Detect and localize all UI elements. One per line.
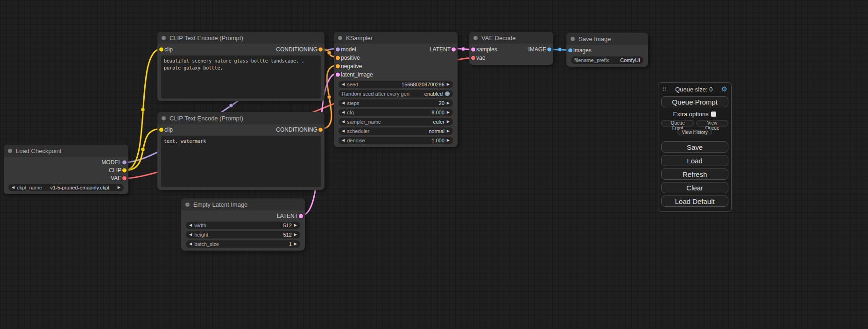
left-arrow-icon[interactable]: ◀	[12, 186, 14, 189]
images-input-slot[interactable]	[568, 49, 572, 53]
slot-row: MODEL	[4, 158, 128, 166]
left-arrow-icon[interactable]: ◀	[342, 83, 345, 86]
image-output-slot[interactable]	[547, 48, 551, 52]
model-output-slot[interactable]	[122, 160, 127, 164]
width-widget[interactable]: ◀ width 512 ▶	[186, 222, 300, 229]
samples-input-label: samples	[476, 46, 497, 53]
left-arrow-icon[interactable]: ◀	[189, 233, 192, 237]
right-arrow-icon[interactable]: ▶	[294, 242, 297, 246]
samples-input-slot[interactable]	[471, 48, 475, 52]
node-load-checkpoint[interactable]: Load Checkpoint MODEL CLIP VAE ◀ ckpt_na…	[4, 145, 128, 194]
collapse-dot-icon[interactable]	[473, 36, 478, 40]
node-clip-text-encode-negative[interactable]: CLIP Text Encode (Prompt) clip CONDITION…	[157, 112, 325, 190]
denoise-widget[interactable]: ◀ denoise 1.000 ▶	[339, 137, 453, 144]
collapse-dot-icon[interactable]	[338, 36, 342, 40]
node-title: Save Image	[579, 35, 611, 42]
latent-output-label: LATENT	[277, 213, 298, 219]
load-default-button[interactable]: Load Default	[661, 196, 728, 207]
right-arrow-icon[interactable]: ▶	[118, 186, 120, 189]
conditioning-output-slot[interactable]	[318, 127, 323, 132]
wire-midpoint-dot	[327, 51, 331, 55]
collapse-dot-icon[interactable]	[185, 203, 190, 207]
right-arrow-icon[interactable]: ▶	[447, 120, 450, 124]
queue-prompt-button[interactable]: Queue Prompt	[661, 96, 728, 107]
left-arrow-icon[interactable]: ◀	[342, 120, 345, 124]
clip-output-slot[interactable]	[122, 168, 127, 172]
load-button[interactable]: Load	[661, 155, 728, 166]
batch-size-widget[interactable]: ◀ batch_size 1 ▶	[186, 240, 300, 248]
clip-input-slot[interactable]	[159, 47, 163, 51]
node-clip-text-encode-positive[interactable]: CLIP Text Encode (Prompt) clip CONDITION…	[157, 32, 325, 101]
vae-input-slot[interactable]	[471, 56, 475, 60]
wire-clip-to-positive	[125, 49, 161, 170]
latent-output-slot[interactable]	[299, 214, 303, 218]
node-ksampler[interactable]: KSampler model LATENT positive negative …	[334, 32, 458, 147]
node-title-bar[interactable]: VAE Decode	[469, 32, 553, 44]
sampler-name-widget[interactable]: ◀ sampler_name euler ▶	[339, 118, 453, 126]
steps-widget[interactable]: ◀ steps 20 ▶	[339, 99, 453, 107]
clip-input-slot[interactable]	[159, 127, 163, 132]
vae-output-slot[interactable]	[122, 176, 127, 180]
view-history-button[interactable]: View History	[677, 129, 712, 135]
collapse-dot-icon[interactable]	[162, 36, 166, 40]
collapse-dot-icon[interactable]	[8, 149, 12, 153]
settings-gear-icon[interactable]: ⚙	[721, 85, 727, 93]
height-widget[interactable]: ◀ height 512 ▶	[186, 231, 300, 238]
seed-widget[interactable]: ◀ seed 156680208700286 ▶	[339, 81, 453, 88]
comfyui-canvas[interactable]: { "icons": { "left_arrow": "◀", "right_a…	[0, 0, 868, 329]
random-seed-toggle-widget[interactable]: Random seed after every gen enabled	[339, 90, 453, 98]
collapse-dot-icon[interactable]	[162, 116, 166, 120]
node-title-bar[interactable]: CLIP Text Encode (Prompt)	[157, 112, 325, 124]
queue-small-buttons: Queue Front View Queue	[661, 120, 728, 126]
node-title-bar[interactable]: CLIP Text Encode (Prompt)	[157, 32, 325, 44]
positive-input-slot[interactable]	[336, 56, 340, 60]
right-arrow-icon[interactable]: ▶	[447, 111, 450, 114]
left-arrow-icon[interactable]: ◀	[189, 224, 192, 227]
node-title-bar[interactable]: Load Checkpoint	[4, 145, 128, 157]
filename-prefix-widget[interactable]: filename_prefix ComfyUI	[571, 56, 643, 64]
conditioning-output-slot[interactable]	[318, 47, 323, 51]
clear-button[interactable]: Clear	[661, 182, 728, 193]
negative-input-slot[interactable]	[336, 64, 340, 69]
left-arrow-icon[interactable]: ◀	[342, 129, 345, 133]
left-arrow-icon[interactable]: ◀	[342, 111, 345, 114]
widget-label: batch_size	[194, 241, 219, 247]
left-arrow-icon[interactable]: ◀	[342, 139, 345, 142]
save-button[interactable]: Save	[661, 141, 728, 153]
toggle-dot-icon[interactable]	[445, 91, 450, 96]
right-arrow-icon[interactable]: ▶	[447, 139, 450, 142]
node-vae-decode[interactable]: VAE Decode samples IMAGE vae	[469, 32, 553, 65]
extra-options-checkbox[interactable]	[711, 112, 716, 117]
left-arrow-icon[interactable]: ◀	[342, 101, 345, 105]
prompt-textarea[interactable]: beautiful scenery nature glass bottle la…	[161, 56, 321, 98]
model-input-slot[interactable]	[336, 48, 340, 52]
node-title-bar[interactable]: KSampler	[334, 32, 458, 44]
queue-front-button[interactable]: Queue Front	[661, 120, 694, 126]
node-empty-latent-image[interactable]: Empty Latent Image LATENT ◀ width 512 ▶ …	[181, 198, 305, 251]
right-arrow-icon[interactable]: ▶	[294, 224, 297, 227]
right-arrow-icon[interactable]: ▶	[447, 129, 450, 133]
cfg-widget[interactable]: ◀ cfg 8.000 ▶	[339, 109, 453, 116]
ckpt-name-widget[interactable]: ◀ ckpt_name v1-5-pruned-emaonly.ckpt ▶	[8, 184, 124, 191]
scheduler-widget[interactable]: ◀ scheduler normal ▶	[339, 127, 453, 135]
conditioning-output-label: CONDITIONING	[276, 126, 318, 133]
queue-panel: ⠿ Queue size: 0 ⚙ Queue Prompt Extra opt…	[658, 82, 732, 212]
latent-image-input-slot[interactable]	[336, 73, 340, 77]
drag-handle-icon[interactable]: ⠿	[662, 86, 667, 93]
refresh-button[interactable]: Refresh	[661, 168, 728, 180]
right-arrow-icon[interactable]: ▶	[447, 83, 450, 86]
clip-input-label: clip	[164, 46, 173, 53]
left-arrow-icon[interactable]: ◀	[189, 242, 192, 246]
extra-options-label: Extra options	[673, 111, 709, 118]
latent-output-slot[interactable]	[452, 48, 456, 52]
view-queue-button[interactable]: View Queue	[696, 120, 728, 126]
right-arrow-icon[interactable]: ▶	[447, 101, 450, 105]
node-title-bar[interactable]: Save Image	[566, 33, 648, 45]
widget-value: 156680208700286	[402, 82, 445, 87]
prompt-textarea[interactable]: text, watermark	[161, 136, 321, 187]
node-title-bar[interactable]: Empty Latent Image	[181, 198, 305, 210]
node-save-image[interactable]: Save Image images filename_prefix ComfyU…	[566, 33, 648, 67]
right-arrow-icon[interactable]: ▶	[294, 233, 297, 237]
collapse-dot-icon[interactable]	[571, 37, 575, 41]
widget-value: euler	[433, 119, 444, 125]
